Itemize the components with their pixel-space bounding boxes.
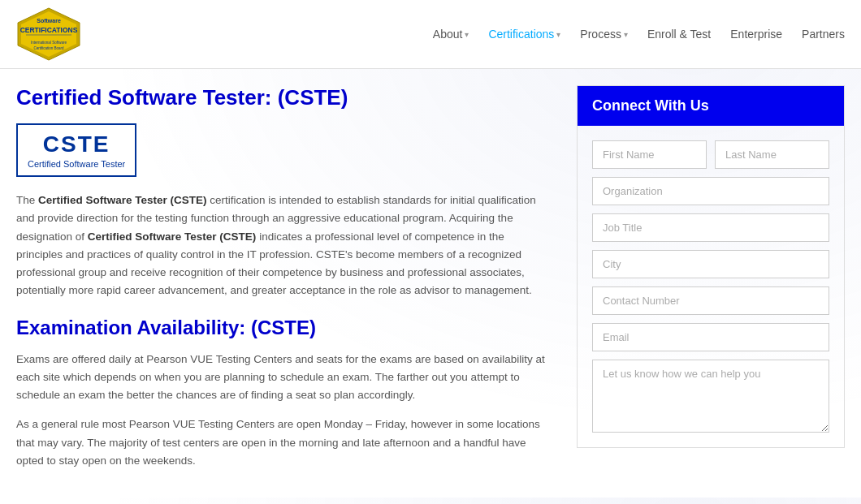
main-container: Certified Software Tester: (CSTE) CSTE C… bbox=[0, 69, 861, 498]
right-sidebar: Connect With Us bbox=[577, 85, 845, 481]
organization-input[interactable] bbox=[592, 177, 829, 205]
nav-partners-label: Partners bbox=[802, 28, 845, 41]
svg-text:International Software: International Software bbox=[31, 41, 67, 45]
exam-text-2: As a general rule most Pearson VUE Testi… bbox=[16, 416, 552, 470]
nav-enroll-label: Enroll & Test bbox=[647, 28, 711, 41]
cste-logo-sub: Certified Software Tester bbox=[28, 159, 125, 169]
svg-text:CERTIFICATIONS: CERTIFICATIONS bbox=[20, 26, 78, 34]
logo-icon: Software CERTIFICATIONS International So… bbox=[16, 6, 81, 62]
nav-certifications[interactable]: Certifications ▾ bbox=[488, 28, 560, 41]
city-input[interactable] bbox=[592, 250, 829, 278]
nav-process[interactable]: Process ▾ bbox=[580, 28, 628, 41]
contact-number-input[interactable] bbox=[592, 286, 829, 315]
last-name-input[interactable] bbox=[715, 140, 829, 169]
nav-enterprise[interactable]: Enterprise bbox=[730, 28, 782, 41]
nav-about-label: About bbox=[433, 28, 463, 41]
main-nav: About ▾ Certifications ▾ Process ▾ Enrol… bbox=[433, 28, 845, 41]
site-header: Software CERTIFICATIONS International So… bbox=[0, 0, 861, 69]
description-bold-1: Certified Software Tester (CSTE) bbox=[38, 194, 207, 206]
connect-form bbox=[578, 126, 844, 447]
cste-logo-text: CSTE bbox=[28, 131, 125, 157]
email-input[interactable] bbox=[592, 323, 829, 351]
name-row bbox=[592, 140, 829, 169]
connect-header: Connect With Us bbox=[578, 86, 844, 126]
nav-about[interactable]: About ▾ bbox=[433, 28, 469, 41]
page-title: Certified Software Tester: (CSTE) bbox=[16, 85, 552, 110]
job-title-input[interactable] bbox=[592, 213, 829, 242]
svg-text:Certification Board: Certification Board bbox=[33, 46, 64, 50]
nav-enterprise-label: Enterprise bbox=[730, 28, 782, 41]
cste-logo-box: CSTE Certified Software Tester bbox=[16, 123, 136, 177]
message-textarea[interactable] bbox=[592, 360, 829, 433]
description-bold-2: Certified Software Tester (CSTE) bbox=[88, 230, 257, 243]
nav-certifications-label: Certifications bbox=[488, 28, 554, 41]
certifications-chevron-icon: ▾ bbox=[556, 30, 560, 39]
nav-partners[interactable]: Partners bbox=[802, 28, 845, 41]
exam-text-1: Exams are offered daily at Pearson VUE T… bbox=[16, 351, 552, 405]
process-chevron-icon: ▾ bbox=[624, 30, 628, 39]
exam-section-title: Examination Availability: (CSTE) bbox=[16, 317, 552, 339]
logo-container[interactable]: Software CERTIFICATIONS International So… bbox=[16, 6, 81, 62]
about-chevron-icon: ▾ bbox=[465, 30, 469, 39]
svg-text:Software: Software bbox=[37, 18, 61, 24]
description-paragraph: The Certified Software Tester (CSTE) cer… bbox=[16, 192, 552, 300]
nav-process-label: Process bbox=[580, 28, 621, 41]
nav-enroll-test[interactable]: Enroll & Test bbox=[647, 28, 711, 41]
connect-box: Connect With Us bbox=[577, 85, 845, 448]
left-content: Certified Software Tester: (CSTE) CSTE C… bbox=[16, 85, 577, 481]
first-name-input[interactable] bbox=[592, 140, 707, 169]
